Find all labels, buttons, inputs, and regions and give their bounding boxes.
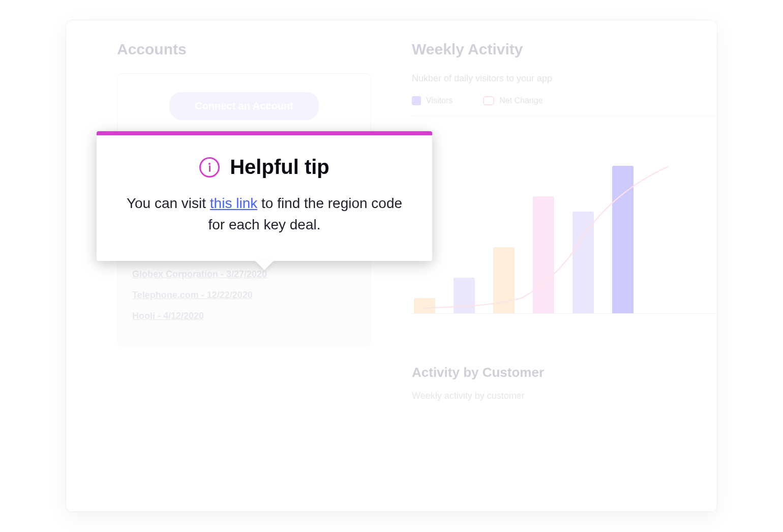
deal-link[interactable]: Telephone.com - 12/22/2020 [132,290,356,301]
dashboard-panel: Accounts Connect an Account Key Deals Gl… [66,20,717,512]
helpful-tip-popover: Helpful tip You can visit this link to f… [97,131,432,261]
weekly-activity-title: Weekly Activity [412,41,717,58]
popover-link[interactable]: this link [210,195,257,211]
chart-bar [493,247,515,313]
left-column: Accounts Connect an Account Key Deals Gl… [117,41,371,512]
chart-bar [533,196,554,313]
netchange-swatch-icon [483,96,494,105]
chart-bar [573,212,594,313]
accounts-title: Accounts [117,41,371,58]
popover-text-before: You can visit [127,195,210,211]
popover-title: Helpful tip [230,156,329,179]
weekly-subtitle: Nukber of daily visitors to your app [412,73,717,84]
legend: Visitors Net Change [412,96,717,105]
legend-visitors-label: Visitors [426,96,453,105]
activity-title: Activity by Customer [412,365,717,380]
chart-bar [612,166,634,313]
activity-subtitle: Weekly activity by customer [412,391,717,401]
popover-body: You can visit this link to find the regi… [122,193,407,235]
legend-netchange-label: Net Change [499,96,543,105]
deal-link[interactable]: Hooli - 4/12/2020 [132,311,356,321]
info-icon [199,157,220,178]
chart-bar [414,298,435,313]
activity-section: Activity by Customer Weekly activity by … [412,365,717,401]
weekly-chart [412,115,717,314]
legend-netchange: Net Change [483,96,543,105]
right-column: Weekly Activity Nukber of daily visitors… [412,41,717,512]
legend-visitors: Visitors [412,96,453,105]
connect-account-button[interactable]: Connect an Account [169,92,319,120]
deal-link[interactable]: Globex Corporation - 3/27/2020 [132,269,356,280]
visitors-swatch-icon [412,96,421,105]
chart-bar [454,278,475,313]
